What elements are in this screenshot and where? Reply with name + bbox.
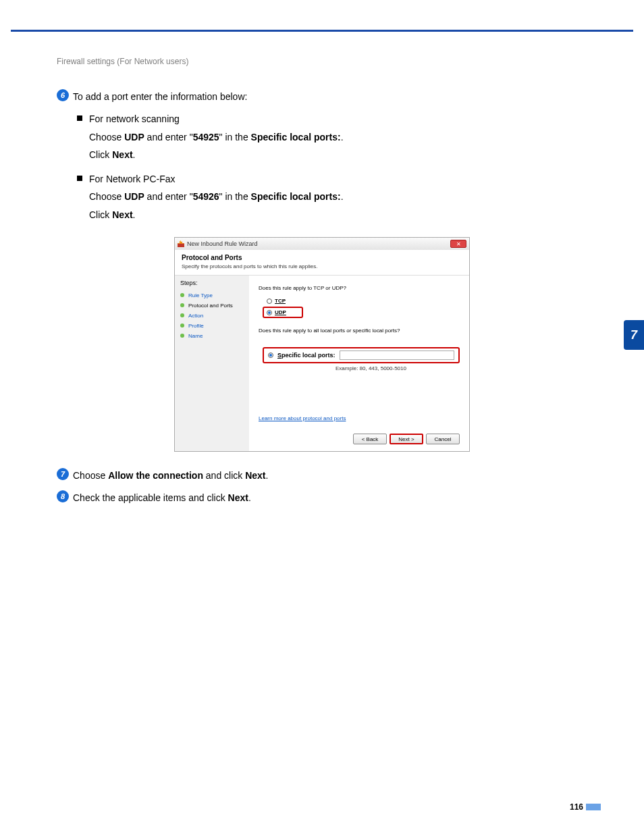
top-divider xyxy=(11,30,633,32)
text: Choose xyxy=(89,191,124,202)
port-54925: 54925 xyxy=(193,132,219,142)
ports-example: Example: 80, 443, 5000-5010 xyxy=(336,365,460,371)
main-content: 6 To add a port enter the information be… xyxy=(57,89,587,512)
wizard-title-text: New Inbound Rule Wizard xyxy=(187,240,258,247)
next-button[interactable]: Next > xyxy=(390,434,423,444)
wizard-step-label: Action xyxy=(188,313,203,319)
bullet-pcfax-line2: Click Next. xyxy=(89,206,587,224)
step-dot-icon xyxy=(180,293,184,297)
text: " in the xyxy=(219,132,251,142)
next-label: Next xyxy=(245,470,265,481)
bullet-pcfax-title: For Network PC-Fax xyxy=(77,171,587,188)
specific-ports-label: SSpecific local ports:pecific local port… xyxy=(277,352,336,359)
bullet-network-scanning-line1: Choose UDP and enter "54925" in the Spec… xyxy=(89,128,587,147)
text: . xyxy=(133,149,136,160)
text: Choose xyxy=(89,132,124,142)
wizard-question-protocol: Does this rule apply to TCP or UDP? xyxy=(259,285,460,291)
udp-label: UDP xyxy=(124,132,144,142)
chapter-tab: 7 xyxy=(624,320,644,350)
text: Check the applicable items and click xyxy=(73,492,228,503)
wizard-title-left: New Inbound Rule Wizard xyxy=(178,240,258,247)
step-6-row: 6 To add a port enter the information be… xyxy=(57,89,587,104)
wizard-step-action[interactable]: Action xyxy=(180,311,244,321)
back-button[interactable]: < Back xyxy=(353,434,387,444)
step-6-text: To add a port enter the information belo… xyxy=(73,89,587,104)
text: . xyxy=(341,191,344,202)
tcp-radio[interactable]: TCP xyxy=(263,295,303,307)
step-6-bullets: For network scanning Choose UDP and ente… xyxy=(77,111,587,224)
wizard-steps-label: Steps: xyxy=(180,280,244,286)
text: Click xyxy=(89,209,112,220)
text: and click xyxy=(203,470,245,481)
wizard-step-label: Protocol and Ports xyxy=(188,303,233,309)
text: . xyxy=(341,132,344,142)
step-7-text: Choose Allow the connection and click Ne… xyxy=(73,468,587,483)
specific-ports-radio[interactable]: SSpecific local ports:pecific local port… xyxy=(263,347,460,363)
text: and enter " xyxy=(144,132,193,142)
radio-icon xyxy=(267,298,272,304)
wizard-right-panel: Does this rule apply to TCP or UDP? TCP … xyxy=(249,276,469,451)
wizard-heading: Protocol and Ports xyxy=(182,254,462,261)
tcp-label: TCP xyxy=(275,298,286,304)
wizard-main: Steps: Rule Type Protocol and Ports Acti… xyxy=(175,276,469,451)
text: " in the xyxy=(219,191,251,202)
step-dot-icon xyxy=(180,303,184,307)
step-8-text: Check the applicable items and click Nex… xyxy=(73,490,587,505)
bullet-network-scanning-line2: Click Next. xyxy=(89,146,587,164)
specific-local-ports-label: Specific local ports: xyxy=(251,191,341,202)
udp-radio[interactable]: UDP xyxy=(263,307,303,318)
text: Click xyxy=(89,149,112,160)
wizard-header: Protocol and Ports Specify the protocols… xyxy=(175,250,469,276)
wizard-button-row: < Back Next > Cancel xyxy=(353,434,460,444)
breadcrumb: Firewall settings (For Network users) xyxy=(57,57,188,66)
step-dot-icon xyxy=(180,323,184,328)
text: . xyxy=(248,492,251,503)
text: . xyxy=(133,209,136,220)
firewall-icon xyxy=(178,240,184,247)
step-dot-icon xyxy=(180,313,184,317)
allow-connection-label: Allow the connection xyxy=(108,470,203,481)
step-badge-6: 6 xyxy=(57,89,69,101)
svg-rect-1 xyxy=(178,243,184,244)
next-label: Next xyxy=(112,149,132,160)
wizard-step-name[interactable]: Name xyxy=(180,331,244,341)
bullet-network-scanning-title: For network scanning xyxy=(77,111,587,128)
wizard-subheading: Specify the protocols and ports to which… xyxy=(182,263,462,269)
next-label: Next xyxy=(228,492,248,503)
bullet-pcfax-line1: Choose UDP and enter "54926" in the Spec… xyxy=(89,188,587,206)
footer-accent-bar xyxy=(586,804,601,810)
wizard-step-label: Profile xyxy=(188,323,204,329)
wizard-window: New Inbound Rule Wizard ✕ Protocol and P… xyxy=(174,237,470,452)
wizard-step-label: Rule Type xyxy=(188,292,213,298)
wizard-question-ports: Does this rule apply to all local ports … xyxy=(259,328,460,334)
wizard-step-label: Name xyxy=(188,333,203,339)
step-badge-8: 8 xyxy=(57,490,69,502)
learn-more-link[interactable]: Learn more about protocol and ports xyxy=(259,415,346,421)
radio-icon xyxy=(268,353,273,358)
step-8-row: 8 Check the applicable items and click N… xyxy=(57,490,587,505)
step-7-row: 7 Choose Allow the connection and click … xyxy=(57,468,587,483)
wizard-step-rule-type[interactable]: Rule Type xyxy=(180,290,244,301)
udp-label: UDP xyxy=(275,309,286,315)
cropped-option xyxy=(263,338,460,346)
text: and enter " xyxy=(144,191,193,202)
text: Choose xyxy=(73,470,108,481)
ports-radio-group: SSpecific local ports:pecific local port… xyxy=(263,338,460,371)
page-footer: 116 xyxy=(570,802,601,812)
close-icon[interactable]: ✕ xyxy=(450,240,466,248)
port-54926: 54926 xyxy=(193,191,219,202)
step-badge-7: 7 xyxy=(57,468,69,480)
text: . xyxy=(266,470,269,481)
wizard-screenshot: New Inbound Rule Wizard ✕ Protocol and P… xyxy=(174,237,470,452)
specific-local-ports-label: Specific local ports: xyxy=(251,132,341,142)
wizard-sidebar: Steps: Rule Type Protocol and Ports Acti… xyxy=(175,276,249,451)
page-number: 116 xyxy=(570,802,583,812)
udp-label: UDP xyxy=(124,191,144,202)
specific-ports-input[interactable] xyxy=(340,350,454,360)
wizard-step-protocol-ports[interactable]: Protocol and Ports xyxy=(180,301,244,311)
cancel-button[interactable]: Cancel xyxy=(426,434,460,444)
wizard-titlebar: New Inbound Rule Wizard ✕ xyxy=(175,238,469,250)
step-dot-icon xyxy=(180,334,184,338)
next-label: Next xyxy=(112,209,132,220)
wizard-step-profile[interactable]: Profile xyxy=(180,321,244,331)
